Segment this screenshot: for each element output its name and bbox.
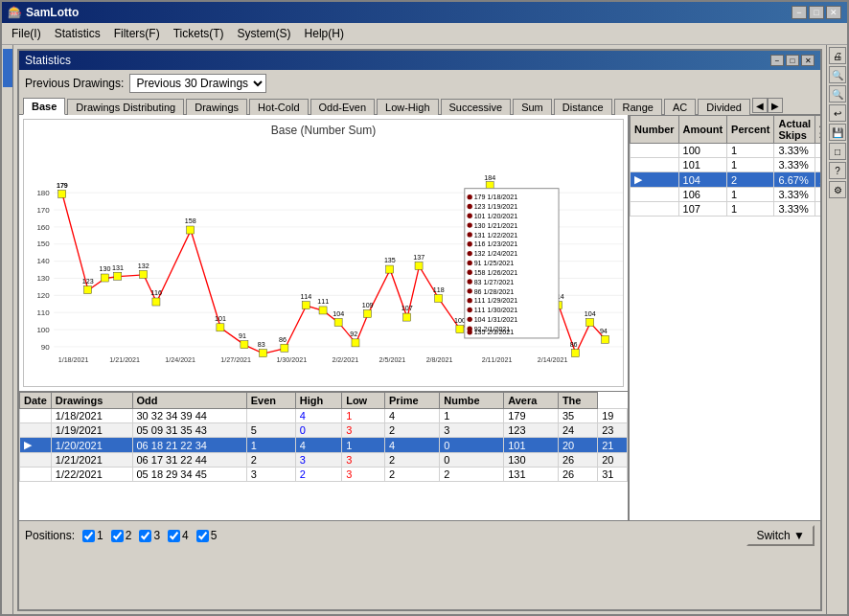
tab-drawings-dist[interactable]: Drawings Distributing <box>67 99 184 115</box>
switch-button[interactable]: Switch ▼ <box>746 525 815 546</box>
svg-text:86: 86 <box>570 341 578 349</box>
table-cell: 3 <box>342 423 385 438</box>
table-cell: 4 <box>295 409 341 423</box>
table-row[interactable]: ▶10426.67%1414.00 <box>631 172 821 188</box>
chart-svg: 180 170 160 150 140 130 120 110 100 90 <box>24 141 623 387</box>
prev-drawings-select[interactable]: Previous 10 Drawings Previous 20 Drawing… <box>129 74 266 93</box>
table-row[interactable]: 1/22/202105 18 29 34 45323221312631 <box>20 468 628 482</box>
menu-bar: File(I) Statistics Filters(F) Tickets(T)… <box>2 23 847 45</box>
menu-help[interactable]: Help(H) <box>299 25 350 42</box>
position-2-check[interactable]: 2 <box>111 529 132 542</box>
svg-point-97 <box>468 222 472 227</box>
icon-save[interactable]: 💾 <box>829 124 846 141</box>
tab-distance[interactable]: Distance <box>554 99 612 115</box>
svg-rect-84 <box>571 350 579 357</box>
tab-nav-prev[interactable]: ◀ <box>752 98 768 113</box>
svg-text:137: 137 <box>413 254 424 262</box>
menu-system[interactable]: System(S) <box>232 25 297 42</box>
svg-text:1/18/2021: 1/18/2021 <box>58 356 89 364</box>
menu-file[interactable]: File(I) <box>6 25 47 42</box>
left-data-table-container[interactable]: Date Drawings Odd Even High Low Prime Nu… <box>19 391 628 515</box>
table-row[interactable]: 1/21/202106 17 31 22 44233201302620 <box>20 453 628 468</box>
table-row[interactable]: ▶1/20/202106 18 21 22 34141401012021 <box>20 438 628 453</box>
svg-text:2/8/2021: 2/8/2021 <box>426 356 453 364</box>
svg-rect-38 <box>140 270 148 278</box>
svg-text:111 1/29/2021: 111 1/29/2021 <box>474 297 518 305</box>
svg-text:184: 184 <box>484 174 495 182</box>
position-4-check[interactable]: 4 <box>168 529 189 542</box>
table-cell: 21 <box>598 438 628 453</box>
table-cell: 3 <box>342 453 385 468</box>
svg-rect-70 <box>456 326 464 333</box>
table-cell: 2 <box>385 453 440 468</box>
menu-filters[interactable]: Filters(F) <box>108 25 166 42</box>
menu-statistics[interactable]: Statistics <box>49 25 106 42</box>
icon-print[interactable]: 🖨 <box>829 47 846 64</box>
tab-low-high[interactable]: Low-High <box>377 99 438 115</box>
stats-close-btn[interactable]: ✕ <box>801 55 815 66</box>
table-cell: 107 <box>678 202 727 217</box>
tab-hot-cold[interactable]: Hot-Cold <box>249 99 308 115</box>
col-odd: Odd <box>132 393 246 409</box>
table-row[interactable]: 1/19/202105 09 31 35 43503231232423 <box>20 423 628 438</box>
stats-minimize-btn[interactable]: − <box>770 55 784 66</box>
tab-drawings[interactable]: Drawings <box>186 99 247 115</box>
tab-base[interactable]: Base <box>23 98 65 115</box>
menu-tickets[interactable]: Tickets(T) <box>168 25 230 42</box>
tab-divided[interactable]: Divided <box>698 99 750 115</box>
table-cell: 1 <box>246 438 295 453</box>
svg-text:135 2/3/2021: 135 2/3/2021 <box>474 329 515 336</box>
stats-maximize-btn[interactable]: □ <box>786 55 799 66</box>
minimize-button[interactable]: − <box>792 6 807 19</box>
svg-text:1/24/2021: 1/24/2021 <box>165 356 195 364</box>
table-row[interactable]: 10013.33% <box>631 144 821 158</box>
table-row[interactable]: 10113.33% <box>631 158 821 172</box>
tab-sum[interactable]: Sum <box>513 99 552 115</box>
svg-point-121 <box>468 330 472 334</box>
icon-settings[interactable]: ⚙ <box>829 181 846 198</box>
table-row[interactable]: 10713.33% <box>631 202 821 217</box>
col-amount: Amount <box>678 116 727 144</box>
table-cell: 31 <box>598 468 628 482</box>
svg-rect-66 <box>415 262 423 270</box>
table-cell: 3.33% <box>774 144 815 158</box>
table-cell: 131 <box>504 468 559 482</box>
table-row[interactable]: 10613.33% <box>631 188 821 202</box>
svg-point-113 <box>468 298 472 303</box>
chart-title: Base (Number Sum) <box>24 120 623 141</box>
position-5-check[interactable]: 5 <box>196 529 218 542</box>
tab-odd-even[interactable]: Odd-Even <box>310 99 376 115</box>
icon-undo[interactable]: ↩ <box>829 104 846 122</box>
table-cell: 1 <box>342 409 385 423</box>
icon-help[interactable]: ? <box>829 162 846 179</box>
prev-drawings-label: Previous Drawings: <box>25 77 124 90</box>
tab-range[interactable]: Range <box>614 99 662 115</box>
maximize-button[interactable]: □ <box>809 6 824 19</box>
tab-nav-next[interactable]: ▶ <box>768 98 783 113</box>
position-3-check[interactable]: 3 <box>139 529 160 542</box>
icon-zoom-out[interactable]: 🔍 <box>829 85 846 103</box>
tab-successive[interactable]: Successive <box>441 99 512 115</box>
svg-text:86 1/28/2021: 86 1/28/2021 <box>474 288 515 296</box>
table-cell: 35 <box>558 409 597 423</box>
svg-text:104: 104 <box>333 310 344 318</box>
svg-text:123: 123 <box>82 278 94 285</box>
table-cell: 2 <box>246 453 295 468</box>
close-button[interactable]: ✕ <box>826 6 841 19</box>
chart-area: Base (Number Sum) <box>23 119 624 387</box>
icon-zoom-in[interactable]: 🔍 <box>829 66 846 83</box>
icon-palette[interactable]: □ <box>829 143 846 160</box>
svg-text:132 1/24/2021: 132 1/24/2021 <box>474 250 518 258</box>
col-prime: Prime <box>385 393 440 409</box>
tab-ac[interactable]: AC <box>664 99 696 115</box>
table-cell: 1/18/2021 <box>51 409 132 423</box>
table-row[interactable]: 1/18/202130 32 34 39 4441411793519 <box>20 409 628 423</box>
col-the: The <box>558 393 597 409</box>
table-cell <box>815 144 820 158</box>
position-1-check[interactable]: 1 <box>82 529 103 542</box>
table-cell: 179 <box>504 409 559 423</box>
table-cell: 06 18 21 22 34 <box>132 438 246 453</box>
svg-text:90: 90 <box>41 343 50 352</box>
svg-text:1/30/2021: 1/30/2021 <box>276 356 307 364</box>
svg-text:2/5/2021: 2/5/2021 <box>379 356 406 364</box>
